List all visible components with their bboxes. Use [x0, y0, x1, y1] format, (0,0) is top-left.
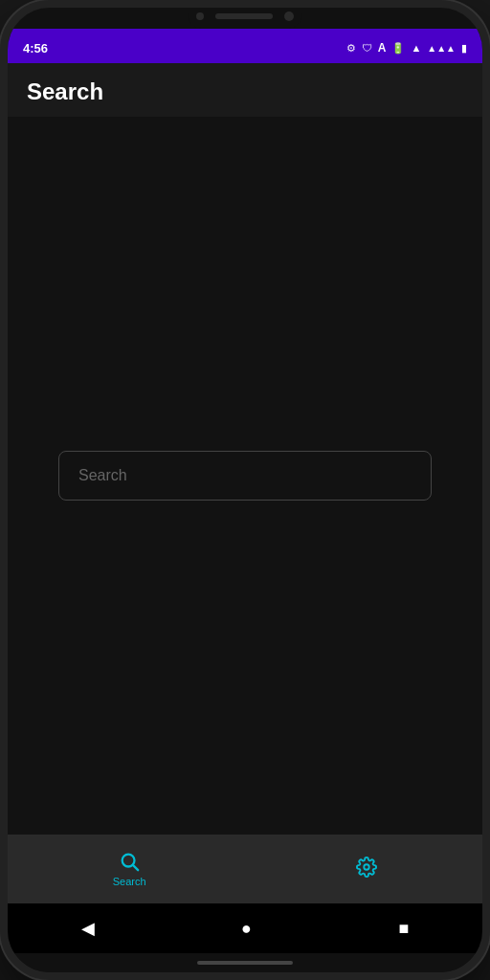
- camera-area: [196, 11, 294, 21]
- power-button: [486, 276, 490, 333]
- nav-item-settings[interactable]: [356, 857, 377, 881]
- phone-frame: 4:56 ⚙ 🛡 A 🔋 ▲ ▲▲▲ ▮ Search: [0, 0, 490, 980]
- status-bar: 4:56 ⚙ 🛡 A 🔋 ▲ ▲▲▲ ▮: [8, 29, 482, 63]
- svg-point-2: [364, 864, 369, 870]
- main-content: [8, 117, 482, 835]
- status-time: 4:56: [23, 41, 48, 56]
- front-camera: [196, 12, 204, 20]
- back-button[interactable]: ◀: [81, 918, 95, 939]
- status-icons: ⚙ 🛡 A 🔋 ▲ ▲▲▲ ▮: [346, 41, 467, 55]
- search-input[interactable]: [58, 451, 432, 501]
- svg-line-1: [133, 865, 138, 870]
- search-input-container: [58, 451, 432, 501]
- nav-item-search[interactable]: Search: [113, 851, 146, 887]
- home-button[interactable]: ●: [241, 919, 252, 939]
- search-nav-icon: [119, 851, 140, 872]
- battery-small-icon: 🔋: [391, 42, 405, 55]
- settings-status-icon: ⚙: [346, 42, 356, 55]
- system-nav: ◀ ● ■: [8, 903, 482, 953]
- shield-status-icon: 🛡: [362, 42, 372, 54]
- battery-icon: ▮: [461, 42, 467, 55]
- sensor: [284, 11, 294, 21]
- a-status-icon: A: [378, 41, 387, 55]
- app-bar: Search: [8, 63, 482, 117]
- home-pill: [197, 961, 293, 965]
- wifi-icon: ▲: [411, 42, 421, 54]
- bottom-nav: Search: [8, 835, 482, 903]
- volume-button: [486, 199, 490, 256]
- signal-icon: ▲▲▲: [427, 43, 456, 54]
- nav-label-search: Search: [113, 876, 146, 887]
- bottom-pill: [8, 953, 482, 972]
- settings-nav-icon: [356, 857, 377, 878]
- recents-button[interactable]: ■: [398, 919, 409, 939]
- speaker: [215, 13, 273, 19]
- page-title: Search: [27, 78, 463, 105]
